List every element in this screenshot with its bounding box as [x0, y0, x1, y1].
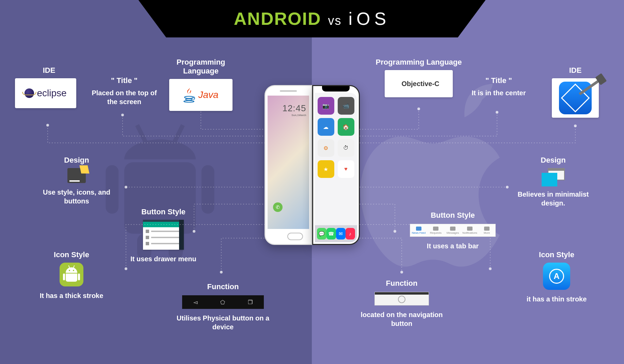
svg-point-16: [220, 271, 223, 274]
ios-title-node: " Title " It is in the center: [463, 76, 534, 97]
svg-rect-2: [202, 165, 214, 214]
ios-button-desc: It uses a tab bar: [402, 242, 504, 250]
svg-point-8: [186, 99, 192, 100]
android-button-title: Button Style: [123, 208, 204, 216]
eclipse-brand-text: eclipse: [37, 88, 66, 99]
phone-comparison: 12:45 Sun,1March ✆ 📷 📹 ☁︎ 🏠 ⚙︎ ⏱ ★ ♥ 💬 ☎…: [265, 85, 360, 245]
svg-point-10: [46, 124, 49, 127]
android-ide-node: IDE eclipse: [15, 66, 83, 108]
java-brand-text: Java: [198, 89, 218, 100]
android-design-node: Design Use style, icons, and buttons: [41, 156, 112, 205]
ios-app-grid: 📷 📹 ☁︎ 🏠 ⚙︎ ⏱ ★ ♥: [315, 93, 357, 225]
objective-c-logo: Objective-C: [398, 80, 439, 88]
android-navbar-icon: ◅⬠❐: [182, 295, 264, 309]
ios-button-node: Button Style News Feed Requests Messages…: [402, 211, 504, 250]
android-design-icon: [67, 168, 86, 183]
android-icon-desc: It has a thick stroke: [27, 291, 116, 300]
title-banner: ANDROID vs iOS: [139, 0, 486, 37]
ios-lang-title: Programming Language: [371, 58, 466, 67]
tab-1: Requests: [430, 231, 442, 234]
ios-icon-node: Icon Style A it has a thin stroke: [514, 250, 599, 303]
svg-line-6: [174, 125, 183, 142]
android-design-title: Design: [41, 156, 112, 165]
ios-design-title: Design: [514, 156, 592, 165]
svg-line-5: [137, 125, 146, 142]
android-function-node: Function ◅⬠❐ Utilises Physical button on…: [174, 282, 272, 331]
tab-4: More: [484, 231, 490, 234]
android-title-desc: Placed on the top of the screen: [89, 88, 160, 106]
android-title-node: " Title " Placed on the top of the scree…: [89, 76, 160, 106]
android-clock-time: 12:45: [282, 103, 306, 114]
android-icon-node: Icon Style It has a thick stroke: [27, 250, 116, 300]
banner-vs: vs: [328, 14, 341, 28]
ios-dock: 💬 ☎︎ ✉︎ ♪: [315, 225, 357, 242]
android-function-desc: Utilises Physical button on a device: [174, 314, 272, 331]
banner-android: ANDROID: [234, 9, 321, 29]
android-function-title: Function: [174, 282, 272, 291]
android-button-desc: It uses drawer menu: [123, 254, 204, 263]
android-lang-title: Programming Language: [160, 58, 242, 76]
eclipse-logo: eclipse: [25, 88, 66, 99]
svg-point-9: [184, 100, 194, 102]
ios-title-desc: It is in the center: [463, 88, 534, 97]
ios-function-desc: located on the navigation button: [354, 310, 449, 328]
svg-point-15: [125, 267, 127, 270]
android-home-button: [287, 233, 303, 240]
ios-navbar-icon: [374, 292, 429, 305]
java-logo: Java: [183, 87, 218, 103]
ios-function-title: Function: [354, 279, 449, 288]
banner-ios: iOS: [348, 9, 390, 29]
ios-design-icon: [542, 168, 565, 185]
ios-button-title: Button Style: [402, 211, 504, 220]
ios-ide-node: IDE: [541, 66, 609, 118]
ios-ide-title: IDE: [541, 66, 609, 75]
android-ide-title: IDE: [15, 66, 83, 75]
android-robot-icon: [60, 263, 83, 286]
ios-title-heading: " Title ": [463, 76, 534, 85]
tab-0: News Feed: [412, 231, 426, 234]
ios-function-node: Function located on the navigation butto…: [354, 279, 449, 328]
android-lang-node: Programming Language Java: [160, 58, 242, 111]
android-title-heading: " Title ": [89, 76, 160, 85]
ios-design-desc: Believes in minimalist design.: [514, 190, 592, 208]
drawer-menu-icon: [143, 220, 184, 250]
ios-tabbar-icon: News Feed Requests Messages Notification…: [410, 224, 496, 237]
android-phone: 12:45 Sun,1March ✆: [265, 85, 312, 245]
svg-point-7: [185, 96, 193, 98]
android-design-desc: Use style, icons, and buttons: [41, 188, 112, 205]
tab-3: Notifications: [462, 231, 477, 234]
android-icon-title: Icon Style: [27, 250, 116, 259]
ios-lang-node: Programming Language Objective-C: [371, 58, 466, 97]
ios-phone: 📷 📹 ☁︎ 🏠 ⚙︎ ⏱ ★ ♥ 💬 ☎︎ ✉︎ ♪: [312, 85, 360, 245]
tab-2: Messages: [447, 231, 459, 234]
svg-point-19: [574, 125, 577, 127]
objc-brand-text: Objective-C: [401, 80, 439, 88]
ios-icon-title: Icon Style: [514, 250, 599, 259]
xcode-icon: [559, 82, 592, 114]
android-clock-date: Sun,1March: [282, 114, 306, 117]
phone-call-icon: ✆: [273, 202, 283, 212]
ios-icon-desc: it has a thin stroke: [514, 295, 599, 303]
ios-design-node: Design Believes in minimalist design.: [514, 156, 592, 208]
android-button-node: Button Style It uses drawer menu: [123, 208, 204, 263]
appstore-icon: A: [543, 263, 570, 290]
